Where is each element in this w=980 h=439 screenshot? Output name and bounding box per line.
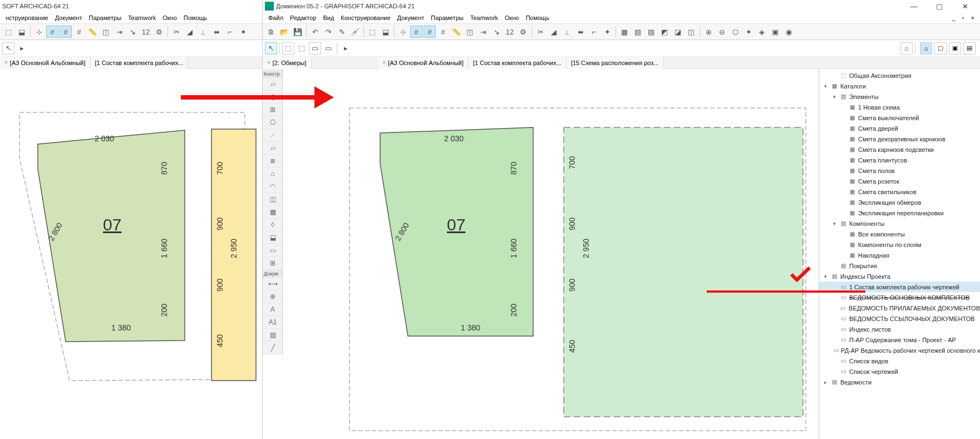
column-tool-icon[interactable]: ⎔ [263, 116, 283, 129]
tool-icon[interactable]: ✦ [742, 26, 755, 38]
intersect-icon[interactable]: ✦ [237, 26, 249, 38]
tool-icon[interactable]: ⊕ [702, 26, 715, 38]
fillet-icon[interactable]: ⌐ [224, 26, 236, 38]
menu-item[interactable]: Окно [501, 13, 523, 22]
level-tool-icon[interactable]: ⊕ [263, 290, 283, 303]
tool-icon[interactable]: ⬓ [16, 26, 28, 38]
tree-item[interactable]: ▦Смета карнизов подсветки [819, 144, 980, 155]
ruler-icon[interactable]: 📏 [86, 26, 99, 38]
tab[interactable]: ×[А3 Основной Альбомный] [378, 57, 469, 69]
curtain-wall-tool-icon[interactable]: ▦ [263, 206, 283, 219]
tree-item[interactable]: ▦Смета полов [819, 165, 980, 176]
tree-twisty-icon[interactable]: ▾ [831, 221, 837, 226]
grid-icon[interactable]: # [410, 26, 422, 38]
tool-icon[interactable]: ↘ [126, 26, 139, 38]
tree-twisty-icon[interactable]: ▾ [823, 274, 828, 279]
tree-item[interactable]: ▦Смета дверей [819, 123, 980, 134]
tab[interactable]: [15 Схема расположения роз... [567, 57, 664, 69]
morph-tool-icon[interactable]: ◊ [263, 219, 283, 231]
measure-icon[interactable]: ◫ [464, 26, 476, 38]
menu-item[interactable]: Параметры [85, 13, 125, 22]
align-icon[interactable]: ⇥ [477, 26, 489, 38]
tree-item[interactable]: ▦Компоненты по слоям [819, 239, 980, 250]
tree-item[interactable]: ▾▨Элементы [819, 91, 980, 102]
text-tool-icon[interactable]: A [263, 303, 283, 316]
menu-item[interactable]: Teamwork [125, 13, 159, 22]
cut-icon[interactable]: ✂ [534, 26, 546, 38]
arrow-icon[interactable]: ▸ [16, 42, 28, 55]
navigator-tab-icon[interactable]: ▤ [963, 42, 976, 55]
fillet-icon[interactable]: ⌐ [588, 26, 600, 38]
intersect-icon[interactable]: ✦ [601, 26, 613, 38]
label-tool-icon[interactable]: A1 [263, 316, 283, 329]
tab[interactable]: ×[А3 Основной Альбомный] [0, 57, 91, 69]
close-icon[interactable]: × [383, 60, 386, 66]
tree-item[interactable]: ▭П-АР Содержание тома - Проект - АР [819, 334, 980, 345]
tool-icon[interactable]: ◩ [658, 26, 671, 38]
menu-item[interactable]: Параметры [427, 13, 467, 22]
menu-item[interactable]: Вид [319, 13, 337, 22]
open-icon[interactable]: 📂 [278, 26, 290, 38]
tree-item[interactable]: ▦Смета декоративных карнизов [819, 134, 980, 144]
trim-icon[interactable]: ◢ [184, 26, 196, 38]
split-icon[interactable]: ⟂ [561, 26, 573, 38]
split-icon[interactable]: ⟂ [197, 26, 209, 38]
tool-icon[interactable]: ⬓ [380, 26, 392, 38]
dimension-tool-icon[interactable]: ⟷ [263, 278, 283, 290]
tool-icon[interactable]: ⬡ [729, 26, 741, 38]
marquee-icon[interactable]: ⬚ [296, 42, 308, 55]
minimize-button[interactable]: — [901, 0, 927, 12]
canvas-left[interactable]: 07 2 030 870 1 660 200 1 380 2 800 700 9… [0, 69, 262, 439]
snap-icon[interactable]: ⊹ [33, 26, 45, 38]
cut-icon[interactable]: ✂ [170, 26, 183, 38]
adjust-icon[interactable]: ⬌ [574, 26, 587, 38]
fill-tool-icon[interactable]: ▨ [263, 329, 283, 342]
zone-tool-icon[interactable]: ▭ [263, 244, 283, 257]
tree-twisty-icon[interactable]: ▸ [823, 379, 828, 385]
tree-item[interactable]: ▾▦Каталоги [819, 81, 980, 91]
tool-icon[interactable]: ◉ [782, 26, 795, 38]
close-button[interactable]: ✕ [952, 0, 978, 12]
tab[interactable]: [1 Состав комплекта рабочих... [91, 57, 189, 69]
tree-item[interactable]: ▭Список видов [819, 356, 980, 366]
roof-tool-icon[interactable]: ⌂ [263, 167, 283, 180]
tab[interactable]: ×[2. Обмеры] [263, 57, 312, 69]
tree-item[interactable]: ▤Покрытия [819, 260, 980, 271]
close-icon[interactable]: × [4, 60, 8, 66]
tool-icon[interactable]: ▧ [632, 26, 644, 38]
close-icon[interactable]: × [267, 60, 270, 66]
tree-item[interactable]: ⬚Общая Аксонометрия [819, 70, 980, 81]
arrow-icon[interactable]: ↖ [2, 42, 14, 55]
tree-item[interactable]: ▾▨Компоненты [819, 218, 980, 229]
nav-icon[interactable]: ⌂ [900, 42, 913, 55]
ruler-icon[interactable]: 📏 [450, 26, 462, 38]
tree-item[interactable]: ▦Экспликация перепланировки [819, 208, 980, 218]
tool-icon[interactable]: ◪ [672, 26, 684, 38]
tree-item[interactable]: ▾▤Индексы Проекта [819, 271, 980, 282]
menu-item[interactable]: Teamwork [467, 13, 501, 22]
trim-icon[interactable]: ◢ [548, 26, 560, 38]
tree-item[interactable]: ▭ВЕДОМОСТЬ ОСНОВНЫХ КОМПЛЕКТОВ [819, 292, 980, 303]
menu-item[interactable]: Редактор [287, 13, 319, 22]
tree-item[interactable]: ▭Индекс листов [819, 324, 980, 334]
new-icon[interactable]: 🗎 [265, 26, 277, 38]
marquee-icon[interactable]: ⬚ [282, 42, 294, 55]
close-classic-icon[interactable]: × [968, 14, 978, 21]
navigator-tab-icon[interactable]: ▣ [949, 42, 961, 55]
tree-item[interactable]: ▦Смета плинтусов [819, 155, 980, 165]
tool-icon[interactable]: ▦ [618, 26, 631, 38]
tree-item[interactable]: ▭Список чертежей [819, 366, 980, 377]
tree-item[interactable]: ▦Смета светильников [819, 186, 980, 197]
grid-icon[interactable]: # [46, 26, 58, 38]
menu-item[interactable]: Помощь [180, 13, 211, 22]
restore-classic-icon[interactable]: ▫ [959, 14, 968, 21]
syringe-icon[interactable]: 💉 [349, 26, 361, 38]
arrow-tool-icon[interactable]: ↖ [265, 42, 277, 55]
tree-item[interactable]: ▦Накладная [819, 250, 980, 260]
beam-tool-icon[interactable]: ⟋ [263, 129, 283, 142]
tool-icon[interactable]: ◈ [756, 26, 768, 38]
tool-icon[interactable]: ▨ [645, 26, 657, 38]
save-icon[interactable]: 💾 [292, 26, 304, 38]
tool-icon[interactable]: ⊖ [716, 26, 728, 38]
tree-item[interactable]: ▸▤Ведомости [819, 377, 980, 387]
